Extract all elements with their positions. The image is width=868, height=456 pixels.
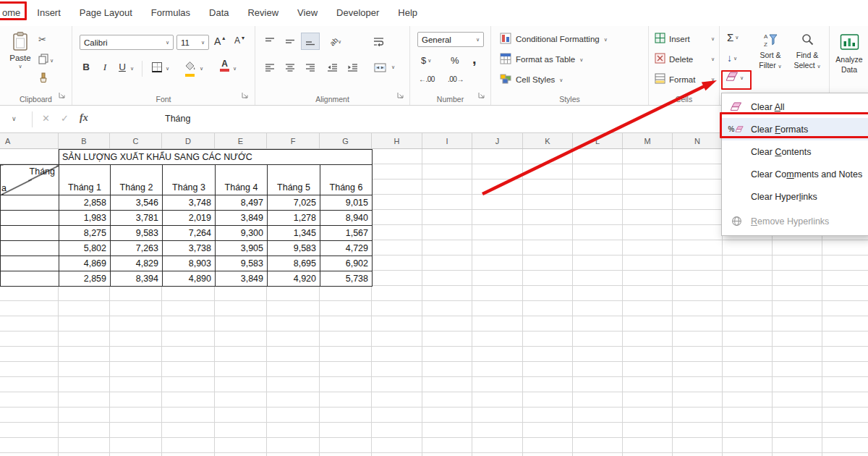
borders-button[interactable] <box>152 62 162 72</box>
decrease-decimal-button[interactable]: .00→ <box>448 75 464 83</box>
font-color-button[interactable]: A <box>220 60 229 72</box>
menu-item-clear-formats[interactable]: %Clear Formats <box>722 118 868 140</box>
data-cell[interactable]: 1,278 <box>268 211 320 226</box>
row-label-cell[interactable] <box>1 241 59 256</box>
chevron-down-icon[interactable]: ∨ <box>166 66 169 72</box>
name-box-chevron-icon[interactable]: ∨ <box>12 115 17 122</box>
fill-color-button[interactable] <box>184 60 195 77</box>
autosum-button[interactable]: Σ∨ <box>727 31 739 43</box>
fill-button[interactable]: ↓∨ <box>727 52 737 64</box>
data-cell[interactable]: 8,695 <box>268 256 320 271</box>
align-right-button[interactable] <box>302 59 319 75</box>
data-cell[interactable]: 5,738 <box>320 271 373 287</box>
bold-button[interactable]: B <box>80 62 93 72</box>
data-cell[interactable]: 3,546 <box>111 195 163 211</box>
empty-cell[interactable] <box>1 150 59 165</box>
fx-button[interactable]: fx <box>80 112 88 124</box>
sort-filter-button[interactable]: AZ Sort & Filter ∨ <box>753 32 788 70</box>
cancel-icon[interactable]: ✕ <box>42 113 50 124</box>
wrap-text-button[interactable] <box>370 33 387 49</box>
menu-item-clear-contents[interactable]: Clear Contents <box>722 140 868 163</box>
data-cell[interactable]: 7,025 <box>268 195 320 211</box>
data-cell[interactable]: 6,902 <box>320 256 373 271</box>
column-header-N[interactable]: N <box>673 133 723 148</box>
chevron-down-icon[interactable]: ∨ <box>391 64 395 70</box>
column-header-E[interactable]: E <box>215 133 267 148</box>
cut-button[interactable]: ✂ <box>38 34 46 45</box>
column-header-A[interactable]: A <box>0 133 59 148</box>
month-header-cell[interactable]: Tháng 3 <box>163 165 216 195</box>
month-header-cell[interactable]: Tháng 4 <box>216 165 268 195</box>
data-cell[interactable]: 8,394 <box>111 271 163 287</box>
data-cell[interactable]: 7,263 <box>111 241 163 256</box>
month-header-cell[interactable]: Tháng 5 <box>268 165 320 195</box>
percent-style-button[interactable]: % <box>451 55 459 66</box>
tab-data[interactable]: Data <box>200 0 238 26</box>
row-label-cell[interactable] <box>1 271 59 287</box>
font-name-select[interactable]: Calibri ∨ <box>80 35 174 50</box>
column-header-D[interactable]: D <box>162 133 215 148</box>
format-painter-button[interactable] <box>38 72 48 85</box>
italic-button[interactable]: I <box>98 62 111 73</box>
comma-style-button[interactable]: , <box>472 51 477 67</box>
data-cell[interactable]: 3,905 <box>216 241 268 256</box>
data-cell[interactable]: 4,729 <box>320 241 373 256</box>
align-middle-button[interactable] <box>281 33 299 49</box>
cell-styles-button[interactable]: Cell Styles ∨ <box>500 73 563 86</box>
chevron-down-icon[interactable]: ∨ <box>200 66 203 72</box>
data-cell[interactable]: 1,345 <box>268 226 320 241</box>
delete-cells-button[interactable]: Delete ∨ <box>655 53 715 65</box>
align-bottom-button[interactable] <box>302 33 319 49</box>
data-cell[interactable]: 3,748 <box>163 195 216 211</box>
merge-center-button[interactable] <box>370 59 390 75</box>
column-header-F[interactable]: F <box>267 133 320 148</box>
data-cell[interactable]: 4,869 <box>59 256 111 271</box>
data-cell[interactable]: 1,567 <box>320 226 373 241</box>
month-header-cell[interactable]: Tháng 2 <box>111 165 163 195</box>
copy-button[interactable]: ∨ <box>38 54 54 67</box>
increase-indent-button[interactable] <box>344 59 361 75</box>
formula-bar-value[interactable]: Tháng <box>165 114 190 124</box>
conditional-formatting-button[interactable]: Conditional Formatting ∨ <box>500 33 608 46</box>
grow-font-button[interactable]: A▴ <box>214 35 225 47</box>
data-cell[interactable]: 9,583 <box>111 226 163 241</box>
data-cell[interactable]: 2,859 <box>59 271 111 287</box>
row-label-cell[interactable] <box>1 195 59 211</box>
font-size-select[interactable]: 11 ∨ <box>176 35 209 50</box>
analyze-data-button[interactable]: Analyze Data <box>831 32 867 75</box>
column-header-K[interactable]: K <box>523 133 573 148</box>
tab-page-layout[interactable]: Page Layout <box>70 0 142 26</box>
number-dialog-launcher[interactable] <box>478 88 485 101</box>
shrink-font-button[interactable]: A▾ <box>234 35 244 46</box>
menu-item-clear-hyperlinks[interactable]: Clear Hyperlinks <box>722 185 868 208</box>
tab-insert[interactable]: Insert <box>27 0 70 26</box>
data-cell[interactable]: 8,903 <box>163 256 216 271</box>
decrease-indent-button[interactable] <box>323 59 341 75</box>
clipboard-dialog-launcher[interactable] <box>59 88 65 101</box>
data-cell[interactable]: 9,300 <box>216 226 268 241</box>
data-cell[interactable]: 2,019 <box>163 211 216 226</box>
chevron-down-icon[interactable]: ∨ <box>233 66 237 72</box>
accounting-format-button[interactable]: $∨ <box>421 55 431 66</box>
tab-ome[interactable]: ome <box>0 0 27 26</box>
data-cell[interactable]: 3,738 <box>163 241 216 256</box>
data-cell[interactable]: 9,583 <box>268 241 320 256</box>
diagonal-header-cell[interactable]: Thánga <box>1 165 59 195</box>
data-cell[interactable]: 3,781 <box>111 211 163 226</box>
format-as-table-button[interactable]: Format as Table ∨ <box>500 53 583 66</box>
tab-help[interactable]: Help <box>388 0 427 26</box>
format-cells-button[interactable]: Format ∨ <box>655 73 715 85</box>
number-format-select[interactable]: General ∨ <box>417 32 484 47</box>
align-top-button[interactable] <box>261 33 278 49</box>
data-cell[interactable]: 4,829 <box>111 256 163 271</box>
row-label-cell[interactable] <box>1 211 59 226</box>
increase-decimal-button[interactable]: ←.00 <box>419 75 435 83</box>
insert-cells-button[interactable]: Insert ∨ <box>655 33 715 45</box>
enter-icon[interactable]: ✓ <box>61 113 69 124</box>
paste-button[interactable]: Paste ∨ <box>6 31 35 69</box>
column-header-H[interactable]: H <box>372 133 422 148</box>
column-header-I[interactable]: I <box>422 133 472 148</box>
underline-button[interactable]: U <box>116 62 129 72</box>
data-cell[interactable]: 5,802 <box>59 241 111 256</box>
column-header-G[interactable]: G <box>320 133 372 148</box>
